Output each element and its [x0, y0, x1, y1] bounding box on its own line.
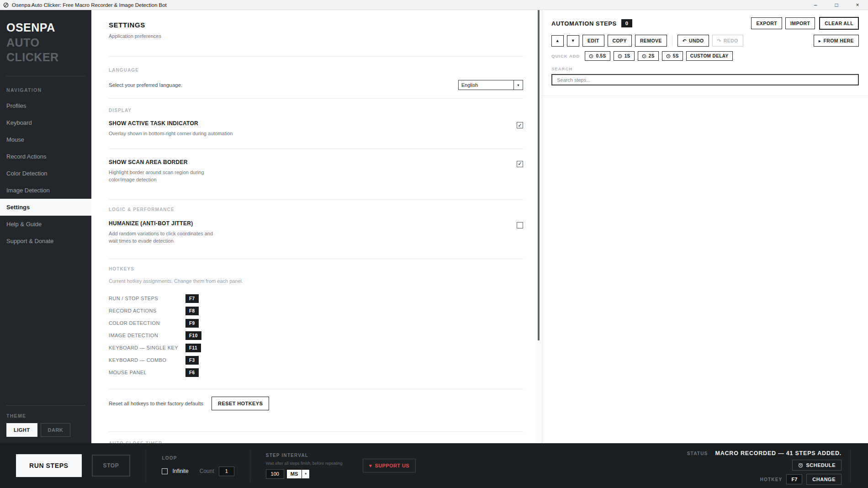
quick-add-5s-button[interactable]: 5S: [662, 51, 683, 61]
sidebar-item-profiles[interactable]: Profiles: [0, 97, 91, 114]
divider: [850, 449, 851, 483]
edit-step-button[interactable]: EDIT: [582, 35, 604, 47]
language-select[interactable]: English ▼: [458, 80, 523, 90]
export-button[interactable]: EXPORT: [751, 17, 782, 29]
language-section-label: LANGUAGE: [109, 68, 523, 73]
chevron-down-icon: ▼: [513, 80, 523, 90]
hotkey-row: COLOR DETECTION F9: [109, 317, 523, 329]
clock-icon: [589, 54, 593, 58]
sidebar-item-settings[interactable]: Settings: [0, 199, 91, 216]
minimize-button[interactable]: –: [805, 0, 826, 10]
alarm-clock-icon: [798, 463, 803, 468]
hotkey-key-badge: F10: [185, 331, 201, 340]
hotkey-row: RUN / STOP STEPS F7: [109, 292, 523, 305]
loop-count-input[interactable]: [219, 467, 234, 476]
steps-count-badge: 0: [621, 19, 632, 27]
search-input[interactable]: [551, 74, 859, 85]
bottom-bar: RUN STEPS STOP LOOP Infinite Count STEP …: [0, 443, 868, 488]
divider: [542, 95, 868, 96]
divider: [109, 389, 523, 389]
app-brand: OSENPA AUTO CLICKER: [0, 10, 91, 65]
quick-add-label-text: 0.5S: [596, 53, 606, 58]
quick-add-0.5s-button[interactable]: 0.5S: [585, 51, 610, 61]
quick-add-2s-button[interactable]: 2S: [638, 51, 659, 61]
support-us-button[interactable]: ♥ SUPPORT US: [363, 459, 416, 472]
page-subtitle: Application preferences: [109, 33, 523, 39]
copy-step-button[interactable]: COPY: [608, 35, 632, 47]
divider: [109, 56, 523, 57]
hotkey-name: IMAGE DETECTION: [109, 333, 185, 338]
sidebar-item-record-actions[interactable]: Record Actions: [0, 148, 91, 165]
count-label: Count: [200, 468, 214, 474]
language-select-value: English: [459, 80, 513, 90]
hotkey-label: HOTKEY: [760, 477, 783, 482]
schedule-button[interactable]: SCHEDULE: [792, 460, 842, 471]
redo-label: REDO: [724, 38, 738, 43]
setting-title: SHOW SCAN AREA BORDER: [109, 159, 517, 165]
move-step-up-button[interactable]: ▲: [551, 35, 564, 47]
interval-unit-select[interactable]: MS ▼: [286, 469, 310, 479]
status-label: STATUS: [687, 451, 708, 456]
hotkey-name: RUN / STOP STEPS: [109, 296, 185, 301]
divider: [109, 98, 523, 99]
checkbox-show-active-task-indicator[interactable]: ✓: [517, 122, 523, 128]
title-bar: Osenpa Auto Clicker: Free Macro Recorder…: [0, 0, 868, 10]
hotkey-key-badge: F9: [185, 319, 199, 328]
remove-step-button[interactable]: REMOVE: [635, 35, 667, 47]
import-button[interactable]: IMPORT: [785, 17, 815, 29]
interval-value-input[interactable]: [266, 469, 284, 479]
quick-add-1s-button[interactable]: 1S: [614, 51, 635, 61]
redo-button[interactable]: ↷ REDO: [712, 35, 743, 47]
scrollbar-track[interactable]: [535, 10, 542, 443]
quick-add-label-text: 1S: [625, 53, 630, 58]
support-us-label: SUPPORT US: [375, 463, 409, 468]
clear-all-button[interactable]: CLEAR ALL: [819, 17, 859, 30]
divider: [109, 149, 523, 149]
theme-dark-button[interactable]: DARK: [41, 423, 71, 437]
move-step-down-button[interactable]: ▼: [567, 35, 579, 47]
setting-title: HUMANIZE (ANTI-BOT JITTER): [109, 220, 517, 227]
chevron-down-icon: ▼: [302, 469, 310, 479]
divider: [109, 199, 523, 200]
window-title: Osenpa Auto Clicker: Free Macro Recorder…: [12, 2, 167, 8]
hotkey-key-badge: F8: [185, 307, 199, 315]
loop-label: LOOP: [162, 456, 234, 461]
window-controls: – □ ×: [805, 0, 868, 10]
checkbox-humanize-jitter[interactable]: [517, 222, 523, 228]
run-from-here-button[interactable]: ▸ FROM HERE: [814, 35, 859, 47]
sidebar-item-color-detection[interactable]: Color Detection: [0, 165, 91, 182]
infinite-checkbox[interactable]: [162, 468, 168, 474]
sidebar-item-keyboard[interactable]: Keyboard: [0, 114, 91, 131]
sidebar-item-mouse[interactable]: Mouse: [0, 131, 91, 148]
hotkey-name: RECORD ACTIONS: [109, 308, 185, 313]
maximize-button[interactable]: □: [826, 0, 847, 10]
scrollbar-thumb[interactable]: [538, 10, 540, 340]
change-hotkey-button[interactable]: CHANGE: [806, 474, 842, 485]
sidebar-item-help-guide[interactable]: Help & Guide: [0, 216, 91, 233]
step-interval-section: STEP INTERVAL Wait after all steps finis…: [266, 453, 343, 479]
stop-button[interactable]: STOP: [92, 455, 131, 477]
close-button[interactable]: ×: [847, 0, 868, 10]
from-here-label: FROM HERE: [823, 38, 854, 43]
reset-hotkeys-text: Reset all hotkeys to their factory defau…: [109, 401, 203, 406]
hotkey-key-badge: F6: [185, 368, 199, 377]
interval-unit-value: MS: [286, 469, 302, 479]
clock-icon: [618, 54, 622, 58]
undo-button[interactable]: ↶ UNDO: [677, 35, 709, 47]
reset-hotkeys-button[interactable]: RESET HOTKEYS: [212, 397, 269, 410]
divider: [6, 405, 85, 406]
sidebar-item-support-donate[interactable]: Support & Donate: [0, 233, 91, 249]
step-interval-desc: Wait after all steps finish, before repe…: [266, 461, 343, 466]
search-label: SEARCH: [551, 66, 859, 71]
run-steps-button[interactable]: RUN STEPS: [16, 454, 82, 477]
loop-section: LOOP Infinite Count: [162, 456, 234, 476]
checkbox-show-scan-area-border[interactable]: ✓: [517, 161, 523, 167]
sidebar-item-image-detection[interactable]: Image Detection: [0, 182, 91, 199]
quick-add-label: QUICK ADD: [551, 53, 580, 58]
app-logo-icon: [3, 2, 9, 8]
hotkey-name: KEYBOARD — SINGLE KEY: [109, 345, 185, 350]
sidebar: OSENPA AUTO CLICKER NAVIGATION Profiles …: [0, 10, 91, 443]
hotkey-row: KEYBOARD — COMBO F3: [109, 354, 523, 366]
theme-light-button[interactable]: LIGHT: [6, 423, 37, 437]
custom-delay-button[interactable]: CUSTOM DELAY: [686, 51, 733, 61]
